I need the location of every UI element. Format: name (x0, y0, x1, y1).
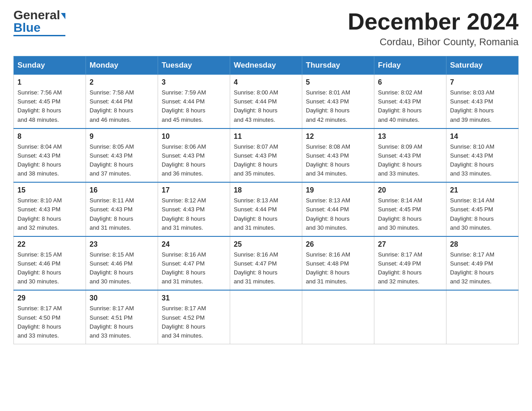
page-header: General Blue December 2024 Cordau, Bihor… (13, 9, 519, 48)
weekday-header-saturday: Saturday (446, 56, 519, 75)
day-number: 31 (162, 294, 226, 302)
day-info: Sunrise: 8:09 AMSunset: 4:43 PMDaylight:… (378, 142, 442, 179)
day-info: Sunrise: 8:13 AMSunset: 4:44 PMDaylight:… (306, 196, 370, 232)
calendar-day-cell (230, 290, 302, 344)
logo-triangle-icon (61, 13, 65, 19)
day-number: 26 (306, 240, 370, 248)
day-info: Sunrise: 8:17 AMSunset: 4:49 PMDaylight:… (450, 250, 515, 287)
calendar-day-cell: 25Sunrise: 8:16 AMSunset: 4:47 PMDayligh… (230, 236, 302, 291)
day-info: Sunrise: 8:14 AMSunset: 4:45 PMDaylight:… (450, 196, 515, 232)
calendar-day-cell: 22Sunrise: 8:15 AMSunset: 4:46 PMDayligh… (14, 236, 86, 291)
day-number: 8 (17, 133, 82, 141)
day-info: Sunrise: 7:59 AMSunset: 4:44 PMDaylight:… (162, 88, 226, 124)
calendar-week-row: 22Sunrise: 8:15 AMSunset: 4:46 PMDayligh… (14, 236, 519, 291)
title-area: December 2024 Cordau, Bihor County, Roma… (348, 9, 519, 48)
calendar-day-cell (374, 290, 446, 344)
calendar-day-cell: 4Sunrise: 8:00 AMSunset: 4:44 PMDaylight… (230, 75, 302, 128)
day-number: 10 (162, 133, 226, 141)
day-info: Sunrise: 8:13 AMSunset: 4:44 PMDaylight:… (234, 196, 298, 232)
location-title: Cordau, Bihor County, Romania (348, 36, 519, 48)
calendar-day-cell: 10Sunrise: 8:06 AMSunset: 4:43 PMDayligh… (158, 128, 230, 183)
calendar-day-cell: 6Sunrise: 8:02 AMSunset: 4:43 PMDaylight… (374, 75, 446, 128)
day-number: 21 (450, 186, 515, 194)
day-info: Sunrise: 8:17 AMSunset: 4:51 PMDaylight:… (90, 304, 154, 340)
day-number: 11 (234, 133, 298, 141)
day-info: Sunrise: 8:17 AMSunset: 4:52 PMDaylight:… (162, 304, 226, 340)
calendar-day-cell: 7Sunrise: 8:03 AMSunset: 4:43 PMDaylight… (446, 75, 519, 128)
day-number: 6 (378, 78, 442, 86)
calendar-day-cell: 18Sunrise: 8:13 AMSunset: 4:44 PMDayligh… (230, 182, 302, 236)
calendar-day-cell: 12Sunrise: 8:08 AMSunset: 4:43 PMDayligh… (302, 128, 374, 183)
calendar-table: SundayMondayTuesdayWednesdayThursdayFrid… (13, 56, 519, 344)
calendar-day-cell: 31Sunrise: 8:17 AMSunset: 4:52 PMDayligh… (158, 290, 230, 344)
calendar-week-row: 15Sunrise: 8:10 AMSunset: 4:43 PMDayligh… (14, 182, 519, 236)
logo-area: General Blue (13, 9, 65, 36)
day-info: Sunrise: 8:07 AMSunset: 4:43 PMDaylight:… (234, 142, 298, 179)
calendar-day-cell: 21Sunrise: 8:14 AMSunset: 4:45 PMDayligh… (446, 182, 519, 236)
weekday-header-wednesday: Wednesday (230, 56, 302, 75)
calendar-day-cell: 23Sunrise: 8:15 AMSunset: 4:46 PMDayligh… (86, 236, 158, 291)
day-info: Sunrise: 7:56 AMSunset: 4:45 PMDaylight:… (17, 88, 82, 124)
logo-blue-text: Blue (13, 21, 41, 34)
calendar-day-cell: 5Sunrise: 8:01 AMSunset: 4:43 PMDaylight… (302, 75, 374, 128)
day-number: 12 (306, 133, 370, 141)
calendar-day-cell: 13Sunrise: 8:09 AMSunset: 4:43 PMDayligh… (374, 128, 446, 183)
day-info: Sunrise: 8:15 AMSunset: 4:46 PMDaylight:… (90, 250, 154, 287)
calendar-day-cell: 28Sunrise: 8:17 AMSunset: 4:49 PMDayligh… (446, 236, 519, 291)
calendar-day-cell: 9Sunrise: 8:05 AMSunset: 4:43 PMDaylight… (86, 128, 158, 183)
calendar-week-row: 29Sunrise: 8:17 AMSunset: 4:50 PMDayligh… (14, 290, 519, 344)
day-number: 16 (90, 186, 154, 194)
day-info: Sunrise: 8:15 AMSunset: 4:46 PMDaylight:… (17, 250, 82, 287)
weekday-header-row: SundayMondayTuesdayWednesdayThursdayFrid… (14, 56, 519, 75)
day-number: 25 (234, 240, 298, 248)
day-number: 5 (306, 78, 370, 86)
month-title: December 2024 (348, 9, 519, 34)
day-info: Sunrise: 8:06 AMSunset: 4:43 PMDaylight:… (162, 142, 226, 179)
calendar-day-cell: 24Sunrise: 8:16 AMSunset: 4:47 PMDayligh… (158, 236, 230, 291)
calendar-day-cell: 17Sunrise: 8:12 AMSunset: 4:43 PMDayligh… (158, 182, 230, 236)
day-info: Sunrise: 8:01 AMSunset: 4:43 PMDaylight:… (306, 88, 370, 124)
day-number: 27 (378, 240, 442, 248)
calendar-day-cell: 26Sunrise: 8:16 AMSunset: 4:48 PMDayligh… (302, 236, 374, 291)
logo: General Blue (13, 9, 65, 34)
day-number: 4 (234, 78, 298, 86)
calendar-week-row: 8Sunrise: 8:04 AMSunset: 4:43 PMDaylight… (14, 128, 519, 183)
day-number: 2 (90, 78, 154, 86)
day-number: 29 (17, 294, 82, 302)
day-info: Sunrise: 8:02 AMSunset: 4:43 PMDaylight:… (378, 88, 442, 124)
calendar-day-cell: 20Sunrise: 8:14 AMSunset: 4:45 PMDayligh… (374, 182, 446, 236)
day-info: Sunrise: 8:04 AMSunset: 4:43 PMDaylight:… (17, 142, 82, 179)
calendar-day-cell: 8Sunrise: 8:04 AMSunset: 4:43 PMDaylight… (14, 128, 86, 183)
day-number: 13 (378, 133, 442, 141)
day-number: 19 (306, 186, 370, 194)
calendar-day-cell: 29Sunrise: 8:17 AMSunset: 4:50 PMDayligh… (14, 290, 86, 344)
day-number: 23 (90, 240, 154, 248)
day-info: Sunrise: 8:05 AMSunset: 4:43 PMDaylight:… (90, 142, 154, 179)
calendar-day-cell (446, 290, 519, 344)
calendar-day-cell: 11Sunrise: 8:07 AMSunset: 4:43 PMDayligh… (230, 128, 302, 183)
calendar-day-cell: 30Sunrise: 8:17 AMSunset: 4:51 PMDayligh… (86, 290, 158, 344)
day-info: Sunrise: 8:16 AMSunset: 4:47 PMDaylight:… (234, 250, 298, 287)
day-info: Sunrise: 8:11 AMSunset: 4:43 PMDaylight:… (90, 196, 154, 232)
day-number: 20 (378, 186, 442, 194)
calendar-day-cell: 3Sunrise: 7:59 AMSunset: 4:44 PMDaylight… (158, 75, 230, 128)
day-number: 7 (450, 78, 515, 86)
day-number: 30 (90, 294, 154, 302)
day-info: Sunrise: 7:58 AMSunset: 4:44 PMDaylight:… (90, 88, 154, 124)
calendar-day-cell (302, 290, 374, 344)
day-info: Sunrise: 8:03 AMSunset: 4:43 PMDaylight:… (450, 88, 515, 124)
day-info: Sunrise: 8:10 AMSunset: 4:43 PMDaylight:… (450, 142, 515, 179)
day-number: 3 (162, 78, 226, 86)
calendar-day-cell: 15Sunrise: 8:10 AMSunset: 4:43 PMDayligh… (14, 182, 86, 236)
calendar-day-cell: 27Sunrise: 8:17 AMSunset: 4:49 PMDayligh… (374, 236, 446, 291)
day-info: Sunrise: 8:10 AMSunset: 4:43 PMDaylight:… (17, 196, 82, 232)
day-info: Sunrise: 8:17 AMSunset: 4:50 PMDaylight:… (17, 304, 82, 340)
day-number: 9 (90, 133, 154, 141)
day-info: Sunrise: 8:08 AMSunset: 4:43 PMDaylight:… (306, 142, 370, 179)
logo-underline (13, 35, 65, 36)
weekday-header-friday: Friday (374, 56, 446, 75)
day-info: Sunrise: 8:16 AMSunset: 4:48 PMDaylight:… (306, 250, 370, 287)
calendar-week-row: 1Sunrise: 7:56 AMSunset: 4:45 PMDaylight… (14, 75, 519, 128)
day-number: 14 (450, 133, 515, 141)
day-info: Sunrise: 8:00 AMSunset: 4:44 PMDaylight:… (234, 88, 298, 124)
